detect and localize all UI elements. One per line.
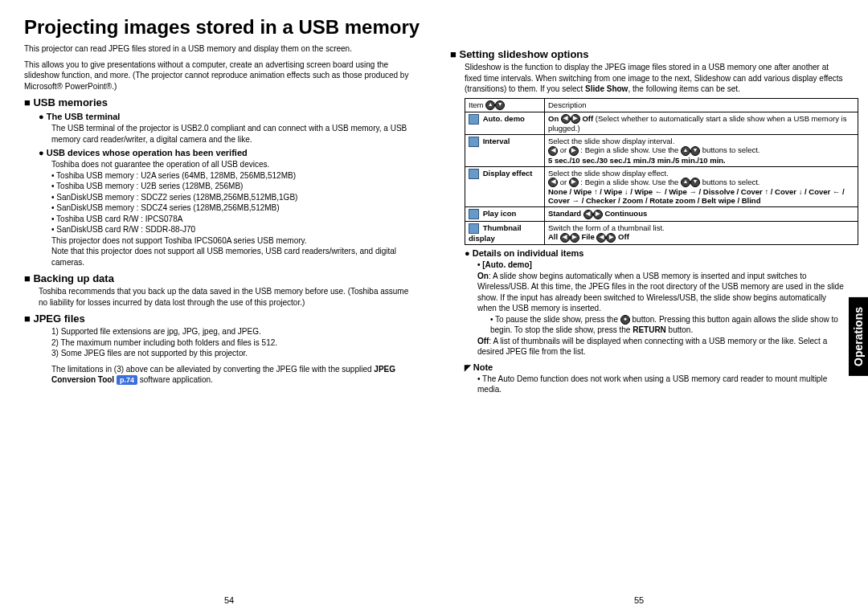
page-number-left: 54 [224, 595, 234, 605]
intro-p2: This allows you to give presentations wi… [24, 59, 418, 92]
down-icon: ▼ [690, 146, 700, 156]
left-icon: ◀ [596, 233, 606, 243]
verified-heading: USB devices whose operation has been ver… [39, 148, 418, 157]
left-icon: ◀ [561, 114, 571, 124]
list-item: Toshiba USB memory : U2B series (128MB, … [51, 181, 418, 192]
jpeg-trail: The limitations in (3) above can be alle… [51, 364, 418, 386]
list-item: SanDiskUSB memory : SDCZ2 series (128MB,… [51, 192, 418, 203]
enter-icon: ● [620, 315, 630, 325]
usb-terminal-text: The USB terminal of the projector is USB… [51, 123, 418, 145]
page-title: Projecting images stored in a USB memory [24, 16, 844, 39]
auto-demo-off: Off: A list of thumbnails will be displa… [477, 336, 844, 358]
auto-demo-label: [Auto. demo] [477, 260, 844, 271]
usb-memories-heading: USB memories [24, 96, 418, 108]
list-item: 3) Some JPEG files are not supported by … [51, 348, 418, 359]
footer: 54 55 [24, 591, 844, 605]
right-column: Setting slideshow options Slideshow is t… [450, 43, 844, 591]
backing-up-heading: Backing up data [24, 272, 418, 284]
verified-lead: Toshiba does not guarantee the operation… [51, 159, 418, 170]
page-ref-badge: p.74 [117, 375, 137, 385]
slideshow-heading: Setting slideshow options [450, 48, 844, 60]
right-icon: ▶ [606, 233, 616, 243]
jpeg-list: 1) Supported file extensions are jpg, JP… [51, 326, 418, 359]
list-item: 2) The maximum number including both fol… [51, 337, 418, 349]
up-icon: ▲ [681, 146, 690, 156]
left-icon: ◀ [583, 210, 593, 219]
list-item: 1) Supported file extensions are jpg, JP… [51, 326, 418, 337]
left-icon: ◀ [560, 233, 570, 243]
verified-trail2: Note that this projector does not suppor… [51, 246, 418, 268]
list-item: SanDiskUSB card R/W : SDDR-88-J70 [51, 224, 418, 235]
auto-demo-pause: To pause the slide show, press the ● but… [490, 314, 844, 336]
left-icon: ◀ [548, 146, 558, 156]
up-icon: ▲ [681, 178, 690, 187]
right-icon: ▶ [570, 233, 579, 243]
playicon-icon [469, 209, 479, 219]
left-icon: ◀ [548, 178, 558, 187]
verified-trail1: This projector does not support Toshiba … [51, 235, 418, 247]
autodemo-icon [469, 114, 479, 125]
displayeffect-icon [469, 169, 479, 179]
backing-up-text: Toshiba recommends that you back up the … [39, 286, 418, 308]
options-table: Item ▲▼ Description Auto. demo On ◀▶ Off… [465, 98, 858, 246]
intro-p1: This projector can read JPEG files store… [24, 43, 418, 55]
details-heading: Details on individual items [465, 248, 844, 258]
list-item: Toshiba USB memory : U2A series (64MB, 1… [51, 170, 418, 182]
side-tab-operations: Operations [849, 297, 868, 376]
right-icon: ▶ [569, 146, 579, 156]
left-column: This projector can read JPEG files store… [24, 43, 418, 591]
usb-terminal-heading: The USB terminal [39, 112, 418, 121]
thumbnail-icon [469, 223, 479, 234]
right-icon: ▶ [593, 210, 603, 219]
list-item: Toshiba USB card R/W : IPCS078A [51, 214, 418, 225]
down-icon: ▼ [690, 178, 700, 187]
list-item: SanDiskUSB memory : SDCZ4 series (128MB,… [51, 202, 418, 214]
page-number-right: 55 [634, 595, 644, 605]
auto-demo-on: On: A slide show begins automatically wh… [477, 271, 844, 314]
right-icon: ▶ [569, 178, 579, 187]
slideshow-intro: Slideshow is the function to display the… [465, 62, 844, 95]
note-text: • The Auto Demo function does not work w… [477, 374, 844, 395]
right-icon: ▶ [571, 114, 580, 124]
interval-icon [469, 137, 479, 147]
verified-list: Toshiba USB memory : U2A series (64MB, 1… [51, 170, 418, 235]
down-icon: ▼ [495, 100, 505, 110]
jpeg-heading: JPEG files [24, 313, 418, 325]
note-heading: Note [465, 362, 844, 372]
up-icon: ▲ [485, 100, 495, 110]
